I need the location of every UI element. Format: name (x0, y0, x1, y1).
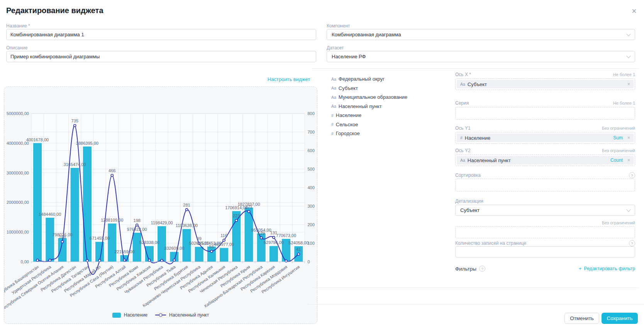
dataset-field-item[interactable]: #Городское (331, 129, 447, 138)
help-icon[interactable] (629, 172, 635, 178)
save-button[interactable]: Сохранить (602, 313, 638, 324)
legend-line-label[interactable]: Населенный пункт (169, 312, 209, 318)
line-point[interactable] (223, 239, 225, 241)
chevron-down-icon (626, 207, 630, 212)
bar[interactable] (95, 242, 104, 262)
y-right-tick-label: 400 (307, 185, 314, 190)
axis-y1-dropzone[interactable]: # Население Sum (455, 132, 635, 144)
line-point[interactable] (111, 174, 113, 176)
dataset-field-item[interactable]: AaНаселенный пункт (331, 102, 447, 111)
line-point[interactable] (124, 259, 126, 261)
dataset-field-item[interactable]: #Сельское (331, 120, 447, 129)
extra-dropzone[interactable] (455, 226, 635, 238)
edit-filter-link[interactable]: Редактировать фильтр (579, 266, 635, 271)
line-value-label: 99 (197, 236, 202, 241)
y-left-tick-label: 5000000,00 (7, 111, 29, 116)
bar-value-label: 3886395,00 (76, 141, 98, 146)
remove-icon[interactable] (627, 81, 630, 87)
field-type-icon: # (331, 113, 334, 118)
line-point[interactable] (161, 259, 163, 262)
line-value-label: 131 (270, 230, 277, 235)
axis-y2-chip[interactable]: Aa Населенный пункт Count (457, 156, 634, 164)
line-point[interactable] (273, 236, 275, 239)
dataset-select[interactable]: Население РФ (327, 51, 635, 62)
legend-bar-label[interactable]: Население (124, 312, 147, 318)
field-label: Городское (336, 130, 360, 136)
y-left-tick-label: 3000000,00 (7, 171, 29, 175)
detail-select[interactable]: Субъект (455, 205, 635, 216)
axis-x-chip[interactable]: Aa Субъект (457, 80, 634, 88)
line-value-label: 116 (220, 233, 227, 238)
line-point[interactable] (74, 124, 76, 127)
line-point[interactable] (86, 259, 88, 262)
line-value-label: 466 (108, 168, 115, 173)
line-point[interactable] (248, 210, 250, 213)
line-point[interactable] (235, 219, 237, 222)
help-icon[interactable] (479, 266, 485, 272)
configure-widget-link[interactable]: Настроить виджет (268, 76, 310, 82)
axis-x-dropzone[interactable]: Aa Субъект (455, 78, 635, 90)
bar[interactable] (33, 143, 42, 262)
line-point[interactable] (173, 259, 175, 261)
y-left-tick-label: 2000000,00 (7, 200, 29, 205)
line-point[interactable] (136, 224, 138, 226)
series-dropzone[interactable] (455, 107, 635, 120)
dataset-label: Датасет (327, 45, 344, 51)
bar[interactable] (195, 247, 203, 262)
line-point[interactable] (49, 259, 51, 261)
close-icon[interactable] (632, 7, 637, 15)
combo-chart: 4001678,001484460,00798076,003165474,003… (4, 87, 317, 309)
dataset-field-item[interactable]: AaФедеральный округ (331, 75, 447, 84)
line-point[interactable] (297, 253, 300, 255)
aggregation-badge[interactable]: Sum (613, 135, 623, 141)
aggregation-badge[interactable]: Count (610, 158, 623, 163)
axis-x-limit: Не более 1 (613, 72, 635, 77)
bar[interactable] (269, 246, 278, 262)
name-input[interactable] (6, 29, 316, 40)
line-point[interactable] (148, 259, 151, 261)
line-point[interactable] (260, 237, 263, 239)
axis-y2-dropzone[interactable]: Aa Населенный пункт Count (455, 154, 635, 166)
y-right-tick-label: 600 (307, 148, 314, 153)
bar-value-label: 1484460,00 (39, 212, 61, 217)
bar[interactable] (220, 248, 228, 262)
bar[interactable] (46, 218, 54, 262)
dataset-value: Население РФ (332, 54, 366, 59)
remove-icon[interactable] (627, 135, 630, 141)
line-point[interactable] (61, 241, 64, 243)
sorting-label: Сортировка (455, 173, 481, 178)
axis-y1-chip[interactable]: # Население Sum (457, 134, 634, 142)
line-value-label: 41 (296, 247, 301, 252)
bar-value-label: 1198429,00 (151, 220, 173, 225)
bar[interactable] (71, 168, 79, 262)
field-type-icon: Aa (331, 77, 336, 81)
description-input[interactable] (6, 51, 316, 62)
y-right-tick-label: 100 (307, 241, 314, 246)
line-point[interactable] (210, 250, 213, 252)
field-label: Субъект (339, 85, 358, 91)
bar-value-label: 1103638,00 (176, 223, 198, 228)
line-point[interactable] (186, 208, 188, 211)
component-select[interactable]: Комбинированная диаграмма (327, 29, 635, 40)
detail-label: Детализация (455, 198, 483, 204)
legend-bar-swatch[interactable] (112, 313, 121, 318)
dataset-field-item[interactable]: AaСубъект (331, 84, 447, 93)
line-point[interactable] (98, 259, 101, 262)
field-type-icon: # (331, 131, 334, 136)
help-icon[interactable] (629, 240, 635, 246)
bar[interactable] (133, 233, 141, 262)
remove-icon[interactable] (627, 158, 630, 163)
dataset-field-item[interactable]: AaМуниципальное образование (331, 93, 447, 102)
cancel-button[interactable]: Отменить (564, 313, 599, 324)
bar-value-label: 221559,00 (115, 249, 135, 254)
legend-line-marker[interactable] (155, 315, 166, 315)
dataset-field-item[interactable]: #Население (331, 111, 447, 120)
detail-value: Субъект (460, 207, 480, 213)
bar[interactable] (108, 224, 116, 262)
sorting-dropzone[interactable] (455, 179, 635, 191)
line-point[interactable] (36, 259, 39, 261)
field-label: Федеральный округ (339, 76, 385, 82)
page-size-input[interactable] (455, 246, 635, 257)
bar[interactable] (232, 211, 241, 262)
axis-y1-chip-label: Население (465, 135, 490, 141)
